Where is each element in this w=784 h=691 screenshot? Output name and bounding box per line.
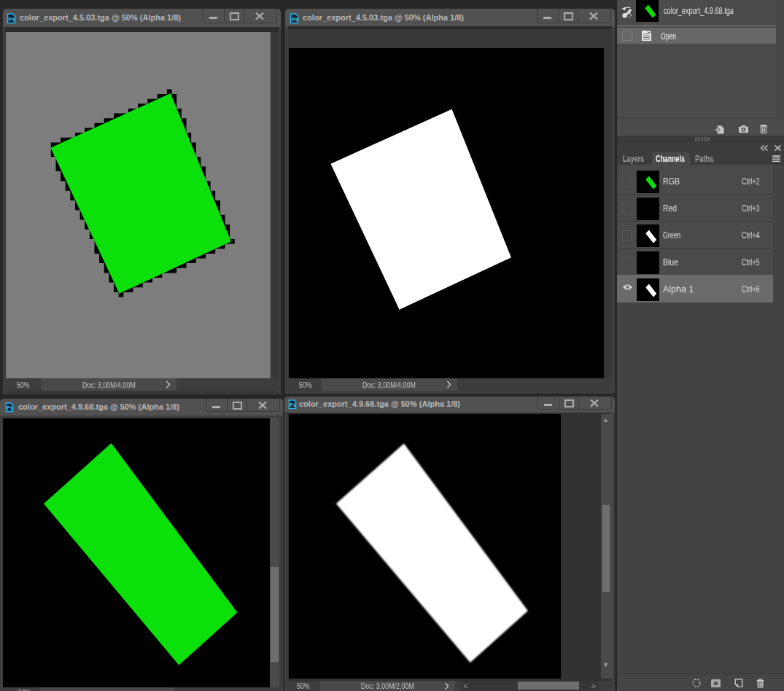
svg-text:Ps: Ps (292, 17, 298, 22)
svg-text:Ps: Ps (290, 402, 296, 407)
svg-text:Ps: Ps (7, 405, 13, 410)
svg-text:Ps: Ps (9, 17, 15, 22)
